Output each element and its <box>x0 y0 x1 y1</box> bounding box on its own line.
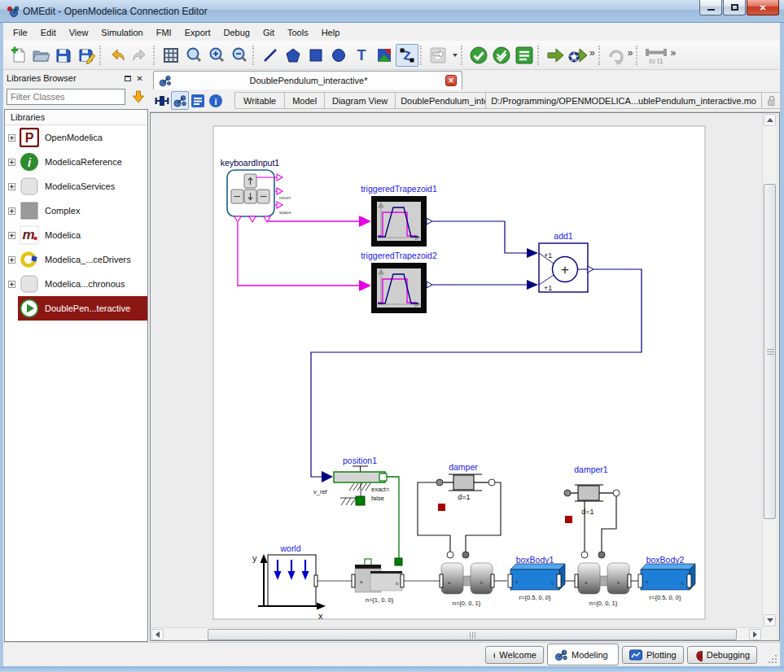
simulate-animation-button[interactable] <box>567 44 589 67</box>
interval-overflow-chevron[interactable]: » <box>670 47 677 63</box>
prismatic-frame-b-port[interactable] <box>401 574 404 587</box>
check-model-button[interactable] <box>467 44 490 67</box>
expand-icon[interactable] <box>8 256 15 264</box>
vertical-scrollbar[interactable] <box>762 113 776 627</box>
prismatic-axis-port[interactable] <box>395 558 402 565</box>
library-item-modelicaservices[interactable]: ModelicaServices <box>5 174 147 199</box>
transition-mode-button[interactable] <box>427 44 449 67</box>
expand-icon[interactable] <box>8 183 15 190</box>
dock-close-button[interactable]: ✕ <box>134 72 146 84</box>
filter-expand-button[interactable] <box>130 89 147 105</box>
connect-mode-button[interactable] <box>396 44 418 67</box>
zoom-in-button[interactable] <box>205 44 228 67</box>
new-class-button[interactable] <box>7 44 29 67</box>
resize-grip[interactable] <box>768 654 777 664</box>
expand-icon[interactable] <box>8 281 15 288</box>
damper1-flange-a-port[interactable] <box>564 490 571 496</box>
menu-git[interactable]: Git <box>256 26 281 39</box>
save-button[interactable] <box>52 44 75 67</box>
library-item-openmodelica[interactable]: P OpenModelica <box>5 125 147 150</box>
polygon-tool-button[interactable] <box>282 44 304 67</box>
revolute2-frame-a-port[interactable] <box>575 574 578 587</box>
menu-debug[interactable]: Debug <box>217 26 256 39</box>
ellipse-tool-button[interactable] <box>327 44 350 67</box>
horizontal-scroll-thumb[interactable] <box>208 629 737 640</box>
close-button[interactable]: ✕ <box>747 0 779 15</box>
text-view-button[interactable] <box>189 91 207 110</box>
scroll-up-button[interactable] <box>764 114 776 126</box>
library-item-devicedrivers[interactable]: Modelica_...ceDrivers <box>5 247 147 272</box>
rectangle-tool-button[interactable] <box>304 44 327 67</box>
save-as-button[interactable] <box>75 44 98 67</box>
check-all-models-button[interactable] <box>490 44 513 67</box>
menu-export[interactable]: Export <box>178 26 217 39</box>
tab-close-button[interactable]: ✕ <box>445 75 457 86</box>
line-tool-button[interactable] <box>259 44 282 67</box>
revolute1-frame-b-port[interactable] <box>491 574 494 587</box>
menu-tools[interactable]: Tools <box>281 26 315 39</box>
text-tool-button[interactable]: T <box>350 44 373 67</box>
lock-cell[interactable] <box>761 92 781 109</box>
prismatic-frame-a-port[interactable] <box>352 574 355 587</box>
filter-classes-input[interactable] <box>7 89 125 105</box>
menu-view[interactable]: View <box>63 26 95 39</box>
maximize-button[interactable] <box>723 0 746 15</box>
damper1-flange-b-port[interactable] <box>613 490 620 496</box>
menu-fmi[interactable]: FMI <box>150 26 178 39</box>
prismatic-support-port[interactable] <box>365 559 371 565</box>
scroll-down-button[interactable] <box>764 614 776 626</box>
expand-icon[interactable] <box>8 207 15 215</box>
damper-flange-b-port[interactable] <box>488 479 495 486</box>
perspective-plotting[interactable]: Plotting <box>622 646 684 664</box>
revolute2-frame-b-port[interactable] <box>628 574 631 587</box>
boxBody1-frame-b-port[interactable] <box>557 574 561 587</box>
damper1-wire-end-a[interactable] <box>581 552 588 558</box>
menu-simulation[interactable]: Simulation <box>94 26 149 39</box>
horizontal-scrollbar[interactable] <box>151 627 762 640</box>
redo-button[interactable] <box>129 44 151 67</box>
transition-dropdown-button[interactable] <box>449 44 459 67</box>
damper-wire-end-a[interactable] <box>447 552 453 558</box>
library-item-modelicareference[interactable]: i ModelicaReference <box>5 150 147 174</box>
boxBody2-frame-b-port[interactable] <box>687 574 691 587</box>
vertical-scroll-thumb[interactable] <box>764 184 776 519</box>
diagram-view-button[interactable] <box>171 91 189 110</box>
writable-cell[interactable]: Writable <box>234 92 285 109</box>
damper-flange-a-port[interactable] <box>436 479 443 486</box>
revolute1-frame-a-port[interactable] <box>440 574 443 587</box>
perspective-welcome[interactable]: Welcome <box>485 646 544 664</box>
view-mode-cell[interactable]: Diagram View <box>324 92 396 109</box>
menu-edit[interactable]: Edit <box>34 26 63 39</box>
damper1-wire-end-b[interactable] <box>598 552 605 558</box>
simulate-button[interactable] <box>544 44 567 67</box>
documentation-view-button[interactable]: i <box>207 91 225 110</box>
library-item-synchronous[interactable]: Modelica...chronous <box>5 272 147 296</box>
bitmap-tool-button[interactable] <box>373 44 396 67</box>
instantiate-model-button[interactable] <box>513 44 536 67</box>
expand-icon[interactable] <box>8 134 15 142</box>
expand-icon[interactable] <box>8 159 15 166</box>
perspective-modeling[interactable]: Modeling <box>547 644 619 665</box>
menu-file[interactable]: File <box>7 26 34 39</box>
scroll-right-button[interactable] <box>749 629 761 640</box>
document-tab[interactable]: DoublePendulum_interactive* ✕ <box>153 71 462 89</box>
position1-support-port[interactable] <box>356 496 365 505</box>
title-bar[interactable]: OMEdit - OpenModelica Connection Editor … <box>0 0 784 23</box>
diagram-canvas[interactable]: keyboardInput1 <box>151 113 762 627</box>
position1-flange-port[interactable] <box>379 473 387 481</box>
perspective-debugging[interactable]: Debugging <box>687 646 757 664</box>
library-item-modelica[interactable]: m Modelica <box>5 223 147 247</box>
minimize-button[interactable] <box>699 0 722 15</box>
damper-wire-end-b[interactable] <box>462 552 469 558</box>
icon-view-button[interactable] <box>153 91 171 110</box>
boxBody2-frame-a-port[interactable] <box>638 574 642 587</box>
resimulate-overflow-chevron[interactable]: » <box>628 47 635 63</box>
menu-help[interactable]: Help <box>315 26 347 39</box>
simulate-overflow-chevron[interactable]: » <box>589 47 597 63</box>
library-item-doublependulum[interactable]: DoublePen...teractive <box>18 296 147 321</box>
open-file-button[interactable] <box>29 44 52 67</box>
simulation-interval-button[interactable]: to t1 <box>642 44 670 67</box>
show-grid-button[interactable] <box>160 44 182 67</box>
dock-float-button[interactable] <box>121 72 134 84</box>
world-frame-port[interactable] <box>314 575 318 587</box>
